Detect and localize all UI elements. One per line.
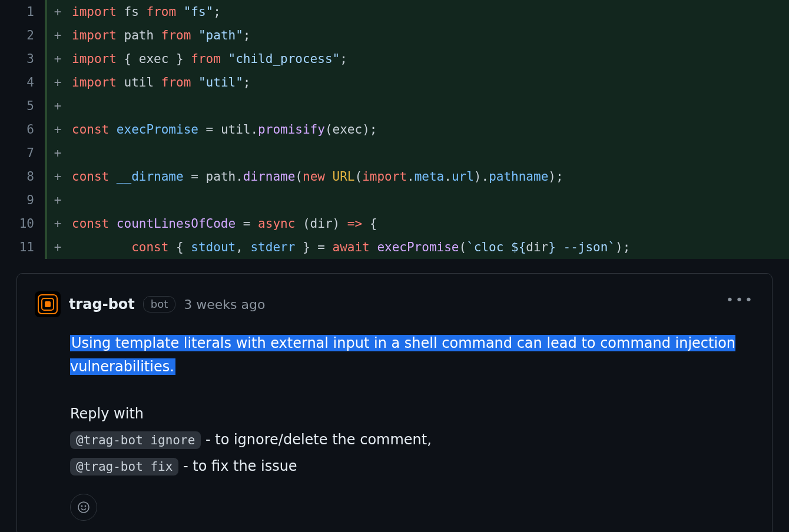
code-content: const __dirname = path.dirname(new URL(i… (68, 165, 789, 188)
reply-command-code: @trag-bot fix (70, 458, 178, 476)
line-number: 11 (0, 235, 47, 259)
comment-main-text: Using template literals with external in… (70, 331, 754, 378)
line-number: 9 (0, 188, 47, 212)
code-content: const { stdout, stderr } = await execPro… (68, 235, 789, 259)
code-content (68, 141, 789, 165)
svg-point-4 (81, 506, 82, 506)
review-comment: trag-bot bot 3 weeks ago ••• Using templ… (16, 273, 773, 532)
code-line[interactable]: 3+import { exec } from "child_process"; (0, 47, 789, 71)
code-line[interactable]: 1+import fs from "fs"; (0, 0, 789, 24)
diff-marker: + (47, 71, 68, 94)
code-line[interactable]: 8+const __dirname = path.dirname(new URL… (0, 165, 789, 188)
line-number: 3 (0, 47, 47, 71)
reply-command-desc: - to fix the issue (178, 458, 297, 474)
comment-timestamp[interactable]: 3 weeks ago (184, 297, 265, 312)
diff-marker: + (47, 188, 68, 212)
svg-point-5 (85, 506, 85, 506)
reply-action-line: @trag-bot ignore - to ignore/delete the … (70, 428, 754, 452)
code-line[interactable]: 2+import path from "path"; (0, 24, 789, 47)
line-number: 10 (0, 212, 47, 235)
diff-marker: + (47, 235, 68, 259)
code-line[interactable]: 11+ const { stdout, stderr } = await exe… (0, 235, 789, 259)
reply-command-code: @trag-bot ignore (70, 431, 201, 449)
diff-marker: + (47, 165, 68, 188)
line-number: 6 (0, 118, 47, 141)
code-content (68, 188, 789, 212)
comment-actions-menu[interactable]: ••• (726, 292, 754, 307)
line-number: 2 (0, 24, 47, 47)
line-number: 4 (0, 71, 47, 94)
code-content: const countLinesOfCode = async (dir) => … (68, 212, 789, 235)
diff-marker: + (47, 212, 68, 235)
diff-marker: + (47, 47, 68, 71)
bot-badge: bot (143, 296, 176, 312)
diff-marker: + (47, 141, 68, 165)
code-line[interactable]: 9+ (0, 188, 789, 212)
line-number: 7 (0, 141, 47, 165)
svg-point-3 (78, 502, 89, 513)
avatar[interactable] (35, 291, 61, 317)
comment-header: trag-bot bot 3 weeks ago (35, 291, 754, 317)
comment-body: Using template literals with external in… (70, 331, 754, 521)
code-content (68, 94, 789, 118)
reply-action-line: @trag-bot fix - to fix the issue (70, 454, 754, 478)
diff-marker: + (47, 94, 68, 118)
line-number: 1 (0, 0, 47, 24)
code-line[interactable]: 6+const execPromise = util.promisify(exe… (0, 118, 789, 141)
code-content: import fs from "fs"; (68, 0, 789, 24)
reply-with-label: Reply with (70, 402, 754, 425)
add-reaction-button[interactable] (70, 494, 97, 521)
svg-rect-2 (45, 301, 51, 307)
code-line[interactable]: 7+ (0, 141, 789, 165)
diff-block: 1+import fs from "fs";2+import path from… (0, 0, 789, 259)
code-line[interactable]: 10+const countLinesOfCode = async (dir) … (0, 212, 789, 235)
diff-marker: + (47, 118, 68, 141)
highlighted-warning: Using template literals with external in… (70, 335, 735, 375)
code-content: const execPromise = util.promisify(exec)… (68, 118, 789, 141)
code-line[interactable]: 5+ (0, 94, 789, 118)
code-content: import util from "util"; (68, 71, 789, 94)
diff-marker: + (47, 0, 68, 24)
code-content: import { exec } from "child_process"; (68, 47, 789, 71)
code-content: import path from "path"; (68, 24, 789, 47)
diff-marker: + (47, 24, 68, 47)
comment-author[interactable]: trag-bot (69, 296, 135, 312)
reply-command-desc: - to ignore/delete the comment, (201, 431, 432, 448)
code-line[interactable]: 4+import util from "util"; (0, 71, 789, 94)
line-number: 8 (0, 165, 47, 188)
line-number: 5 (0, 94, 47, 118)
